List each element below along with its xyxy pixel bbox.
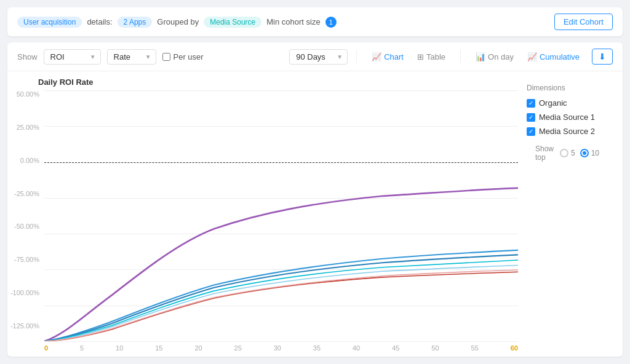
table-view-button[interactable]: ⊞ Table: [411, 50, 452, 64]
grouped-by-label: Grouped by: [157, 17, 199, 26]
dim-label-media1: Media Source 1: [539, 113, 595, 122]
days-select-wrap: 30 Days 60 Days 90 Days 180 Days ▼: [289, 49, 348, 65]
per-user-checkbox[interactable]: [162, 53, 170, 61]
show-top-10-radio[interactable]: [580, 149, 589, 157]
dimensions-panel: Dimensions Organic Media Source 1 Media …: [518, 77, 616, 357]
x-label-45: 45: [392, 344, 399, 352]
details-label: details:: [87, 17, 112, 26]
apps-badge[interactable]: 2 Apps: [118, 17, 153, 28]
show-top-5-option[interactable]: 5: [560, 149, 575, 157]
x-label-35: 35: [313, 344, 321, 352]
cumulative-button[interactable]: 📈 Cumulative: [521, 50, 586, 64]
x-label-50: 50: [431, 344, 439, 352]
dim-item-organic[interactable]: Organic: [527, 98, 608, 108]
chart-plot: [44, 90, 518, 342]
show-top-10-option[interactable]: 10: [580, 149, 599, 157]
x-axis: 0 5 10 15 20 25 30 35 40 45 50 55 60: [7, 342, 518, 357]
table-icon: ⊞: [417, 52, 424, 61]
metric-select-wrap: ROI Revenue ARPU LTV ▼: [44, 49, 101, 65]
chart-svg: [44, 90, 518, 341]
x-label-55: 55: [471, 344, 478, 352]
x-label-5: 5: [80, 344, 84, 352]
y-label-0: 0.00%: [20, 157, 39, 164]
per-user-label: Per user: [173, 52, 204, 61]
y-label-25: 25.00%: [17, 124, 39, 131]
app-container: User acquisition details: 2 Apps Grouped…: [0, 0, 630, 364]
controls-row: Show ROI Revenue ARPU LTV ▼ Rate Value C…: [7, 42, 623, 71]
dim-item-media2[interactable]: Media Source 2: [527, 127, 608, 136]
dim-checkbox-media2[interactable]: [527, 127, 535, 136]
download-button[interactable]: ⬇: [592, 49, 613, 65]
divider-1: [356, 50, 357, 63]
dim-label-media2: Media Source 2: [539, 127, 595, 136]
min-cohort-number: 1: [325, 17, 337, 28]
chart-view-button[interactable]: 📈 Chart: [365, 50, 410, 64]
show-top-10-label: 10: [591, 149, 599, 157]
y-label-n125: -125.00%: [10, 322, 39, 330]
type-select[interactable]: Rate Value Count: [107, 49, 156, 65]
x-label-15: 15: [155, 344, 162, 352]
y-axis: 50.00% 25.00% 0.00% -25.00% -50.00% -75.…: [7, 90, 44, 342]
y-label-50: 50.00%: [17, 90, 39, 98]
chart-btn-label: Chart: [384, 52, 404, 61]
y-label-n75: -75.00%: [14, 256, 39, 263]
days-select[interactable]: 30 Days 60 Days 90 Days 180 Days: [289, 49, 348, 65]
view-buttons: 📈 Chart ⊞ Table: [365, 50, 452, 64]
media-source-badge[interactable]: Media Source: [204, 17, 261, 28]
main-content: Show ROI Revenue ARPU LTV ▼ Rate Value C…: [7, 42, 623, 357]
chart-left: Daily ROI Rate 50.00% 25.00% 0.00% -25.0…: [7, 77, 518, 357]
min-cohort-label: Min cohort size: [266, 17, 320, 26]
y-label-n100: -100.00%: [10, 289, 39, 296]
dim-checkbox-media1[interactable]: [527, 113, 535, 122]
y-label-n25: -25.00%: [14, 190, 39, 197]
x-label-40: 40: [353, 344, 360, 352]
show-top-5-radio[interactable]: [560, 149, 568, 157]
chart-icon: 📈: [372, 52, 381, 61]
show-top-row: Show top 5 10: [527, 141, 608, 167]
cumulative-label: Cumulative: [540, 52, 580, 61]
dimensions-title: Dimensions: [527, 84, 608, 92]
dim-item-media1[interactable]: Media Source 1: [527, 113, 608, 122]
show-top-5-label: 5: [571, 149, 575, 157]
chart-inner: 50.00% 25.00% 0.00% -25.00% -50.00% -75.…: [7, 90, 518, 342]
header-left: User acquisition details: 2 Apps Grouped…: [17, 17, 337, 28]
x-label-25: 25: [234, 344, 242, 352]
on-day-button[interactable]: 📊 On day: [469, 50, 520, 64]
download-icon: ⬇: [599, 52, 606, 61]
type-select-wrap: Rate Value Count ▼: [107, 49, 156, 65]
x-label-10: 10: [116, 344, 123, 352]
chart-area: Daily ROI Rate 50.00% 25.00% 0.00% -25.0…: [7, 71, 623, 357]
cumulative-icon: 📈: [527, 52, 537, 61]
on-day-label: On day: [488, 52, 514, 61]
metric-select[interactable]: ROI Revenue ARPU LTV: [44, 49, 101, 65]
chart-title: Daily ROI Rate: [7, 77, 518, 90]
edit-cohort-button[interactable]: Edit Cohort: [554, 14, 613, 30]
per-user-checkbox-wrap[interactable]: Per user: [162, 52, 204, 61]
x-label-20: 20: [194, 344, 202, 352]
x-labels: 0 5 10 15 20 25 30 35 40 45 50 55 60: [44, 342, 518, 354]
table-btn-label: Table: [426, 52, 445, 61]
header-bar: User acquisition details: 2 Apps Grouped…: [7, 7, 623, 36]
x-label-0: 0: [44, 344, 48, 352]
dim-label-organic: Organic: [539, 98, 567, 108]
day-cumulative-buttons: 📊 On day 📈 Cumulative: [469, 50, 586, 64]
grid-line-bottom: [44, 341, 518, 342]
divider-2: [460, 50, 461, 63]
y-label-n50: -50.00%: [14, 223, 39, 230]
x-label-30: 30: [274, 344, 281, 352]
user-acquisition-badge[interactable]: User acquisition: [17, 17, 82, 28]
x-label-60: 60: [511, 344, 518, 352]
on-day-icon: 📊: [476, 52, 485, 61]
show-label: Show: [17, 52, 38, 61]
dim-checkbox-organic[interactable]: [527, 99, 535, 108]
show-top-label: Show top: [535, 144, 555, 162]
